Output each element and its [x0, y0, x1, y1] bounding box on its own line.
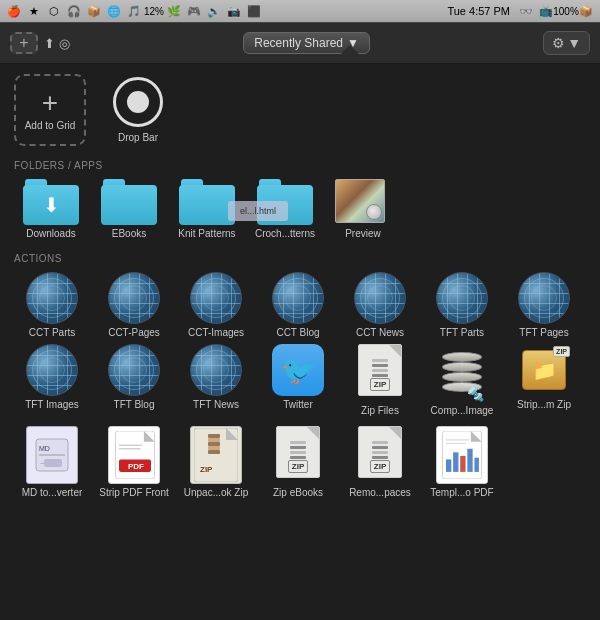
action-item-cct-images[interactable]: CCT-Images [178, 272, 254, 338]
app-icon-10: ⬛ [246, 3, 262, 19]
add-to-grid-label: Add to Grid [25, 120, 76, 131]
folder-item-downloads[interactable]: ⬇ Downloads [14, 179, 88, 239]
circle-icon[interactable]: ◎ [59, 36, 70, 51]
action-label-tft-pages: TFT Pages [519, 327, 568, 338]
add-grid-plus-icon: + [42, 89, 58, 117]
action-item-cct-news[interactable]: CCT News [342, 272, 418, 338]
pointer [340, 45, 360, 55]
action-item-zip-ebooks[interactable]: ZIP Zip eBooks [260, 426, 336, 498]
action-item-tft-news[interactable]: TFT News [178, 344, 254, 416]
action-label-zip-files: Zip Files [361, 405, 399, 416]
zip-stripes-group [372, 359, 388, 377]
strip-icon: 📁 ZIP [518, 344, 570, 396]
svg-rect-24 [460, 456, 465, 472]
action-item-zip-files[interactable]: ZIP Zip Files [342, 344, 418, 416]
globe-icon-tft-news [190, 344, 242, 396]
action-item-tft-parts[interactable]: TFT Parts [424, 272, 500, 338]
drop-bar-inner [127, 91, 149, 113]
svg-rect-17 [208, 446, 220, 450]
menubar-time: Tue 4:57 PM [447, 5, 510, 17]
plus-icon: + [19, 34, 28, 52]
action-label-cct-images: CCT-Images [188, 327, 244, 338]
folder-label-preview: Preview [345, 228, 381, 239]
action-label-templ-pdf: Templ...o PDF [430, 487, 493, 498]
actions-grid: CCT Parts CCT-Pages CCT-Images [14, 272, 586, 416]
folder-body-knit [179, 185, 235, 225]
add-button[interactable]: + [10, 32, 38, 54]
globe-icon-tft-blog [108, 344, 160, 396]
action-label-cct-news: CCT News [356, 327, 404, 338]
action-item-unpack-zip[interactable]: ZIP Unpac...ok Zip [178, 426, 254, 498]
action-label-twitter: Twitter [283, 399, 312, 410]
zip-corner-icon [389, 345, 401, 357]
action-item-comp-image[interactable]: 🔩 Comp...Image [424, 344, 500, 416]
action-label-cct-pages: CCT-Pages [108, 327, 160, 338]
app-icon-11: 👓 [518, 3, 534, 19]
folder-body: ⬇ [23, 185, 79, 225]
action-item-twitter[interactable]: 🐦 Twitter [260, 344, 336, 416]
svg-text:ZIP: ZIP [200, 465, 213, 474]
action-label-md-converter: MD to...verter [22, 487, 83, 498]
zip-paper-remo: ZIP [358, 426, 402, 478]
zip-text-label: ZIP [370, 378, 390, 391]
zip-paper: ZIP [358, 344, 402, 396]
action-item-md-converter[interactable]: MD → MD to...verter [14, 426, 90, 498]
app-icon-4: 🌐 [106, 3, 122, 19]
globe-icon-cct-blog [272, 272, 324, 324]
svg-rect-18 [208, 450, 220, 454]
folder-label-downloads: Downloads [26, 228, 75, 239]
app-icon-5: 🎵 [126, 3, 142, 19]
folder-item-croch[interactable]: Croch...tterns [248, 179, 322, 239]
drop-bar-label: Drop Bar [118, 132, 158, 143]
toolbar-left: + ⬆ ◎ [10, 32, 70, 54]
globe-icon-cct-news [354, 272, 406, 324]
drop-bar-button[interactable]: Drop Bar [102, 74, 174, 146]
folders-section-header: FOLDERS / APPS [14, 160, 586, 171]
nav-icons: ⬆ ◎ [44, 36, 70, 51]
svg-rect-16 [208, 442, 220, 446]
action-label-zip-ebooks: Zip eBooks [273, 487, 323, 498]
svg-rect-14 [208, 434, 220, 438]
app-icon-1: ⬡ [46, 3, 62, 19]
globe-icon-cct-images [190, 272, 242, 324]
gear-button[interactable]: ⚙ ▼ [543, 31, 590, 55]
zip-icon-ebooks: ZIP [272, 426, 324, 484]
preview-image [335, 179, 385, 223]
app-icon-3: 📦 [86, 3, 102, 19]
action-label-tft-images: TFT Images [25, 399, 79, 410]
comp-icon: 🔩 [436, 344, 488, 402]
add-to-grid-button[interactable]: + Add to Grid [14, 74, 86, 146]
svg-rect-22 [446, 459, 451, 471]
action-item-tft-images[interactable]: TFT Images [14, 344, 90, 416]
globe-icon-tft-parts [436, 272, 488, 324]
app-icon-12: 📺 [538, 3, 554, 19]
battery-icon: 100% [558, 3, 574, 19]
globe-icon-cct-pages [108, 272, 160, 324]
up-icon[interactable]: ⬆ [44, 36, 55, 51]
action-item-tft-pages[interactable]: TFT Pages [506, 272, 582, 338]
menubar: 🍎 ★ ⬡ 🎧 📦 🌐 🎵 12% 🌿 🎮 🔊 📷 ⬛ Tue 4:57 PM … [0, 0, 600, 22]
action-label-tft-blog: TFT Blog [114, 399, 155, 410]
strip-folder-body: 📁 ZIP [522, 350, 566, 390]
folder-item-preview[interactable]: Preview [326, 179, 400, 239]
folder-item-ebooks[interactable]: EBooks [92, 179, 166, 239]
globe-icon-tft-pages [518, 272, 570, 324]
action-item-remo-paces[interactable]: ZIP Remo...paces [342, 426, 418, 498]
dropbox-icon: 📦 [578, 3, 594, 19]
gear-arrow-icon: ▼ [567, 35, 581, 51]
folders-grid: ⬇ Downloads EBooks Knit Patterns [14, 179, 586, 239]
action-item-cct-blog[interactable]: CCT Blog [260, 272, 336, 338]
zip-icon-zip-files: ZIP [354, 344, 406, 402]
twitter-icon: 🐦 [272, 344, 324, 396]
zip-icon-remo: ZIP [354, 426, 406, 484]
folder-item-knit[interactable]: Knit Patterns [170, 179, 244, 239]
action-item-tft-blog[interactable]: TFT Blog [96, 344, 172, 416]
action-item-strip-pdf[interactable]: PDF Strip PDF Front [96, 426, 172, 498]
bottom-actions-grid: MD → MD to...verter [14, 426, 586, 498]
actions-section-header: ACTIONS [14, 253, 586, 264]
action-item-cct-parts[interactable]: CCT Parts [14, 272, 90, 338]
action-item-templ-pdf[interactable]: Templ...o PDF [424, 426, 500, 498]
folder-label-croch: Croch...tterns [255, 228, 315, 239]
action-item-cct-pages[interactable]: CCT-Pages [96, 272, 172, 338]
action-item-strip-zip[interactable]: 📁 ZIP Strip...m Zip [506, 344, 582, 416]
